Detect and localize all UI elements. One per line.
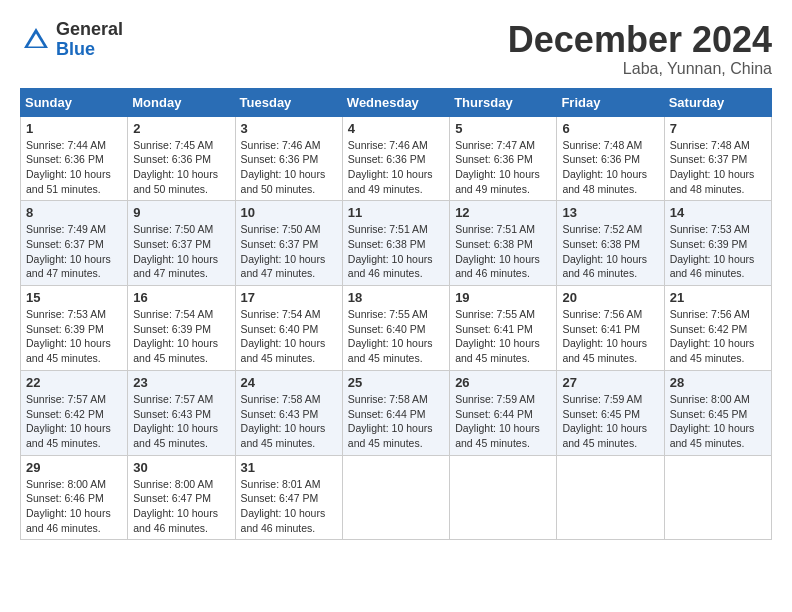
day-info: Sunrise: 7:46 AMSunset: 6:36 PMDaylight:… — [348, 138, 444, 197]
day-number: 4 — [348, 121, 444, 136]
day-info: Sunrise: 7:54 AMSunset: 6:40 PMDaylight:… — [241, 307, 337, 366]
calendar-week-3: 15 Sunrise: 7:53 AMSunset: 6:39 PMDaylig… — [21, 286, 772, 371]
day-number: 23 — [133, 375, 229, 390]
day-number: 27 — [562, 375, 658, 390]
calendar-cell: 10 Sunrise: 7:50 AMSunset: 6:37 PMDaylig… — [235, 201, 342, 286]
title-block: December 2024 Laba, Yunnan, China — [508, 20, 772, 78]
day-info: Sunrise: 8:00 AMSunset: 6:45 PMDaylight:… — [670, 392, 766, 451]
calendar-cell: 8 Sunrise: 7:49 AMSunset: 6:37 PMDayligh… — [21, 201, 128, 286]
calendar-table: SundayMondayTuesdayWednesdayThursdayFrid… — [20, 88, 772, 541]
calendar-header-monday: Monday — [128, 88, 235, 116]
calendar-cell: 21 Sunrise: 7:56 AMSunset: 6:42 PMDaylig… — [664, 286, 771, 371]
calendar-cell — [557, 455, 664, 540]
day-number: 19 — [455, 290, 551, 305]
day-info: Sunrise: 7:48 AMSunset: 6:36 PMDaylight:… — [562, 138, 658, 197]
calendar-header-thursday: Thursday — [450, 88, 557, 116]
day-number: 15 — [26, 290, 122, 305]
day-number: 9 — [133, 205, 229, 220]
calendar-cell: 18 Sunrise: 7:55 AMSunset: 6:40 PMDaylig… — [342, 286, 449, 371]
day-number: 12 — [455, 205, 551, 220]
calendar-cell: 26 Sunrise: 7:59 AMSunset: 6:44 PMDaylig… — [450, 370, 557, 455]
logo: General Blue — [20, 20, 123, 60]
day-info: Sunrise: 7:57 AMSunset: 6:42 PMDaylight:… — [26, 392, 122, 451]
day-info: Sunrise: 7:52 AMSunset: 6:38 PMDaylight:… — [562, 222, 658, 281]
calendar-cell: 13 Sunrise: 7:52 AMSunset: 6:38 PMDaylig… — [557, 201, 664, 286]
day-number: 2 — [133, 121, 229, 136]
logo-blue: Blue — [56, 39, 95, 59]
day-number: 25 — [348, 375, 444, 390]
day-number: 11 — [348, 205, 444, 220]
day-number: 18 — [348, 290, 444, 305]
calendar-header-saturday: Saturday — [664, 88, 771, 116]
calendar-week-2: 8 Sunrise: 7:49 AMSunset: 6:37 PMDayligh… — [21, 201, 772, 286]
calendar-cell: 14 Sunrise: 7:53 AMSunset: 6:39 PMDaylig… — [664, 201, 771, 286]
calendar-cell: 17 Sunrise: 7:54 AMSunset: 6:40 PMDaylig… — [235, 286, 342, 371]
month-title: December 2024 — [508, 20, 772, 60]
day-number: 24 — [241, 375, 337, 390]
calendar-cell: 4 Sunrise: 7:46 AMSunset: 6:36 PMDayligh… — [342, 116, 449, 201]
calendar-cell: 24 Sunrise: 7:58 AMSunset: 6:43 PMDaylig… — [235, 370, 342, 455]
calendar-header-tuesday: Tuesday — [235, 88, 342, 116]
calendar-cell: 22 Sunrise: 7:57 AMSunset: 6:42 PMDaylig… — [21, 370, 128, 455]
calendar-cell: 15 Sunrise: 7:53 AMSunset: 6:39 PMDaylig… — [21, 286, 128, 371]
calendar-cell: 19 Sunrise: 7:55 AMSunset: 6:41 PMDaylig… — [450, 286, 557, 371]
page-header: General Blue December 2024 Laba, Yunnan,… — [20, 20, 772, 78]
day-info: Sunrise: 7:49 AMSunset: 6:37 PMDaylight:… — [26, 222, 122, 281]
calendar-header-friday: Friday — [557, 88, 664, 116]
day-info: Sunrise: 7:54 AMSunset: 6:39 PMDaylight:… — [133, 307, 229, 366]
calendar-week-4: 22 Sunrise: 7:57 AMSunset: 6:42 PMDaylig… — [21, 370, 772, 455]
day-number: 20 — [562, 290, 658, 305]
day-info: Sunrise: 7:56 AMSunset: 6:41 PMDaylight:… — [562, 307, 658, 366]
calendar-cell — [450, 455, 557, 540]
logo-icon — [20, 24, 52, 56]
calendar-cell: 29 Sunrise: 8:00 AMSunset: 6:46 PMDaylig… — [21, 455, 128, 540]
calendar-cell: 2 Sunrise: 7:45 AMSunset: 6:36 PMDayligh… — [128, 116, 235, 201]
day-info: Sunrise: 7:47 AMSunset: 6:36 PMDaylight:… — [455, 138, 551, 197]
location: Laba, Yunnan, China — [508, 60, 772, 78]
day-number: 8 — [26, 205, 122, 220]
day-info: Sunrise: 7:55 AMSunset: 6:40 PMDaylight:… — [348, 307, 444, 366]
calendar-cell: 20 Sunrise: 7:56 AMSunset: 6:41 PMDaylig… — [557, 286, 664, 371]
day-info: Sunrise: 7:59 AMSunset: 6:45 PMDaylight:… — [562, 392, 658, 451]
day-number: 5 — [455, 121, 551, 136]
logo-text: General Blue — [56, 20, 123, 60]
calendar-cell: 27 Sunrise: 7:59 AMSunset: 6:45 PMDaylig… — [557, 370, 664, 455]
calendar-cell: 28 Sunrise: 8:00 AMSunset: 6:45 PMDaylig… — [664, 370, 771, 455]
day-number: 13 — [562, 205, 658, 220]
day-number: 22 — [26, 375, 122, 390]
day-number: 21 — [670, 290, 766, 305]
day-number: 14 — [670, 205, 766, 220]
day-number: 17 — [241, 290, 337, 305]
calendar-cell: 25 Sunrise: 7:58 AMSunset: 6:44 PMDaylig… — [342, 370, 449, 455]
day-info: Sunrise: 7:51 AMSunset: 6:38 PMDaylight:… — [455, 222, 551, 281]
day-info: Sunrise: 7:56 AMSunset: 6:42 PMDaylight:… — [670, 307, 766, 366]
day-info: Sunrise: 7:57 AMSunset: 6:43 PMDaylight:… — [133, 392, 229, 451]
calendar-cell: 11 Sunrise: 7:51 AMSunset: 6:38 PMDaylig… — [342, 201, 449, 286]
day-info: Sunrise: 7:45 AMSunset: 6:36 PMDaylight:… — [133, 138, 229, 197]
calendar-week-5: 29 Sunrise: 8:00 AMSunset: 6:46 PMDaylig… — [21, 455, 772, 540]
day-info: Sunrise: 7:50 AMSunset: 6:37 PMDaylight:… — [133, 222, 229, 281]
day-number: 28 — [670, 375, 766, 390]
calendar-cell — [342, 455, 449, 540]
day-info: Sunrise: 8:01 AMSunset: 6:47 PMDaylight:… — [241, 477, 337, 536]
day-info: Sunrise: 7:44 AMSunset: 6:36 PMDaylight:… — [26, 138, 122, 197]
calendar-cell: 3 Sunrise: 7:46 AMSunset: 6:36 PMDayligh… — [235, 116, 342, 201]
day-info: Sunrise: 7:50 AMSunset: 6:37 PMDaylight:… — [241, 222, 337, 281]
day-info: Sunrise: 7:58 AMSunset: 6:43 PMDaylight:… — [241, 392, 337, 451]
day-info: Sunrise: 7:51 AMSunset: 6:38 PMDaylight:… — [348, 222, 444, 281]
day-info: Sunrise: 7:55 AMSunset: 6:41 PMDaylight:… — [455, 307, 551, 366]
calendar-week-1: 1 Sunrise: 7:44 AMSunset: 6:36 PMDayligh… — [21, 116, 772, 201]
calendar-cell: 31 Sunrise: 8:01 AMSunset: 6:47 PMDaylig… — [235, 455, 342, 540]
day-number: 29 — [26, 460, 122, 475]
day-info: Sunrise: 7:53 AMSunset: 6:39 PMDaylight:… — [670, 222, 766, 281]
logo-general: General — [56, 19, 123, 39]
day-info: Sunrise: 8:00 AMSunset: 6:46 PMDaylight:… — [26, 477, 122, 536]
day-info: Sunrise: 7:58 AMSunset: 6:44 PMDaylight:… — [348, 392, 444, 451]
calendar-header-sunday: Sunday — [21, 88, 128, 116]
day-number: 16 — [133, 290, 229, 305]
calendar-cell: 16 Sunrise: 7:54 AMSunset: 6:39 PMDaylig… — [128, 286, 235, 371]
calendar-cell: 23 Sunrise: 7:57 AMSunset: 6:43 PMDaylig… — [128, 370, 235, 455]
day-number: 3 — [241, 121, 337, 136]
calendar-cell: 12 Sunrise: 7:51 AMSunset: 6:38 PMDaylig… — [450, 201, 557, 286]
day-info: Sunrise: 7:59 AMSunset: 6:44 PMDaylight:… — [455, 392, 551, 451]
